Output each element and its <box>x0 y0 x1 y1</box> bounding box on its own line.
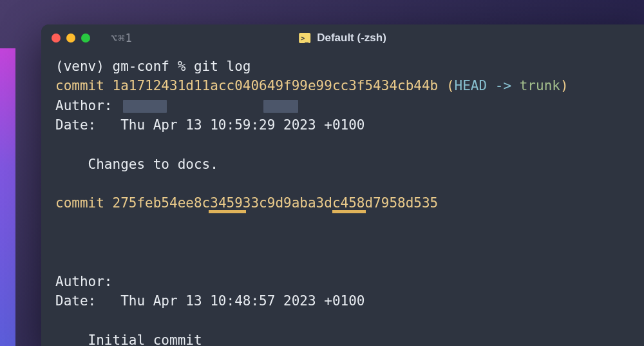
date-line: Date: Thu Apr 13 10:59:29 2023 +0100 <box>55 115 630 135</box>
keyboard-icon: ⌥ <box>111 32 118 44</box>
blank-line <box>55 135 630 155</box>
commit-hash: 1a1712431d11acc040649f99e99cc3f5434cb44b <box>113 78 439 93</box>
date-label: Date: <box>55 117 120 133</box>
maximize-button[interactable] <box>81 34 90 43</box>
ref-close: ) <box>560 78 569 93</box>
date-value: Thu Apr 13 10:48:57 2023 +0100 <box>120 293 365 309</box>
date-label: Date: <box>55 293 120 309</box>
commit-message: Initial commit <box>55 331 630 346</box>
ref-branch: trunk <box>520 78 560 93</box>
window-title-group: >_ Default (-zsh) <box>299 32 386 44</box>
commit-label: commit <box>55 195 113 211</box>
commit-label: commit <box>55 78 113 93</box>
prompt-prefix: (venv) gm-conf % <box>55 59 194 74</box>
redacted-author-name <box>123 100 167 113</box>
commit-message: Changes to docs. <box>55 155 630 174</box>
minimize-button[interactable] <box>66 34 75 43</box>
close-button[interactable] <box>52 34 61 43</box>
commit-hash: 275feb54ee8c345933c9d9aba3dc458d7958d535 <box>113 195 439 211</box>
redacted-author-email <box>263 100 298 113</box>
tab-shortcut-hint: ⌥⌘1 <box>111 32 133 44</box>
blank-line <box>55 174 630 193</box>
commit-header: commit 275feb54ee8c345933c9d9aba3dc458d7… <box>55 193 630 272</box>
ref-head: HEAD -> <box>455 78 520 93</box>
author-line: Author: <box>55 96 630 115</box>
prompt-line: (venv) gm-conf % git log <box>55 57 630 76</box>
ref-open: ( <box>438 78 454 93</box>
tab-shortcut-text: ⌘1 <box>118 32 132 44</box>
command-text: git log <box>194 59 251 74</box>
terminal-output[interactable]: (venv) gm-conf % git log commit 1a171243… <box>41 52 644 346</box>
commit-header: commit 1a1712431d11acc040649f99e99cc3f54… <box>55 76 630 95</box>
blank-line <box>55 311 630 331</box>
traffic-lights <box>52 34 90 43</box>
window-title: Default (-zsh) <box>317 32 386 44</box>
terminal-icon: >_ <box>299 33 310 43</box>
date-line: Date: Thu Apr 13 10:48:57 2023 +0100 <box>55 291 630 311</box>
window-titlebar[interactable]: ⌥⌘1 >_ Default (-zsh) <box>41 24 644 52</box>
author-label: Author: <box>55 98 120 113</box>
highlight-underline <box>332 210 366 213</box>
date-value: Thu Apr 13 10:59:29 2023 +0100 <box>120 117 365 133</box>
desktop-background-stripe <box>0 48 15 346</box>
highlight-underline <box>209 210 246 213</box>
terminal-window: ⌥⌘1 >_ Default (-zsh) (venv) gm-conf % g… <box>41 24 644 346</box>
author-line: Author: <box>55 272 630 291</box>
